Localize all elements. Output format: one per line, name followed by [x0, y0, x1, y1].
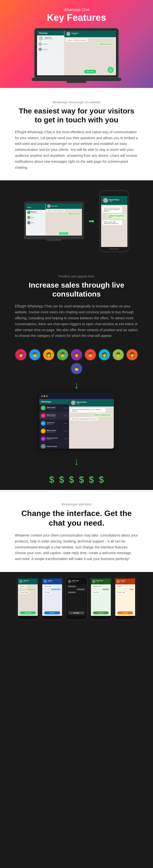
window-close-dot: [41, 395, 43, 397]
phone-variant-teal: John Doeonline Hi there 👋 Hi! How are yo…: [17, 577, 39, 620]
dollar-sign: $: [49, 475, 54, 485]
message-received: Hi! Can you tell me how long it costs to…: [71, 408, 106, 412]
phone-cta-orange[interactable]: Get Help: [117, 611, 133, 614]
laptop-small-screen: Chats John Doeonline since a day User 2: [26, 204, 82, 236]
list-item[interactable]: M Mahraz Faziri Quick question... 21 Apr: [39, 427, 69, 435]
phone-variant-dark: Sales Teamavailable Welcome! 👋 I'd like …: [65, 577, 88, 620]
phone-variant-screen: Supportonline How can I help? Need infor…: [42, 579, 62, 618]
person-avatar: 👨: [71, 363, 82, 375]
phone-cta-green[interactable]: Contact: [93, 611, 109, 614]
chat-app-body: WhatsApp S Sage Linden Hi Can we talk? 1…: [39, 399, 114, 448]
laptop-small-base: [24, 237, 84, 239]
hero-title: Key Features: [5, 12, 148, 23]
person-avatar: 👩: [98, 349, 110, 361]
list-item[interactable]: S Sage Linden Hi Can we talk? 10 Apr: [39, 404, 69, 412]
phone-notch: [109, 193, 119, 195]
section-messenger-title: Change the interface. Get the chat you n…: [15, 508, 138, 528]
dollar-sign: $: [99, 475, 104, 485]
phone-variant-frame: Supportonline How can I help? Need infor…: [41, 577, 63, 620]
contact-preview: Hi Can we talk?: [47, 416, 62, 417]
phone-variant-orange: Supportreply fast Hi there! Hello! How c…: [114, 577, 136, 620]
conversation-name: Maria Peters: [76, 401, 87, 403]
contact-preview: Product on...: [47, 423, 63, 425]
phone-variant-frame: Sales Teamavailable Welcome! 👋 I'd like …: [65, 577, 88, 620]
section-messenger: Messenger elements Change the interface.…: [0, 490, 153, 572]
section-easiest-way: WhatsApp messenger on website The easies…: [0, 88, 153, 181]
whatsapp-fab[interactable]: [107, 67, 113, 73]
phone-home-bar: [109, 248, 119, 249]
phone-variant-screen: Shop Teamonline Hello! Need help? Yes pl…: [91, 579, 111, 618]
arrow-down-container-2: ↓: [0, 454, 153, 470]
contact-time: 26 Apr: [64, 423, 67, 424]
hero-subtitle: Whatsapp Chat: [5, 7, 148, 12]
dollar-sign: $: [59, 475, 64, 485]
phone-cta-teal[interactable]: Start Chat: [20, 611, 36, 614]
chat-contact-list: WhatsApp S Sage Linden Hi Can we talk? 1…: [39, 399, 69, 448]
start-chat-button[interactable]: Start Chat: [84, 70, 96, 73]
person-avatar: 👨: [29, 349, 41, 361]
laptop-small-frame: Chats John Doeonline since a day User 2: [24, 202, 84, 237]
person-avatar: 👨: [84, 349, 96, 361]
section-sales: Position and appear time Increase sales …: [0, 262, 153, 346]
people-avatars-grid: 👩 👨 👩 👨 👩 👨 👩 👨 👩 👨: [0, 346, 153, 377]
phone-header-teal: John Doeonline: [18, 579, 38, 584]
contact-time: 21 Apr: [64, 430, 67, 432]
phone-variant-screen: Sales Teamavailable Welcome! 👋 I'd like …: [67, 579, 86, 618]
hero-laptop-mockup: WhatsApp John Doe online since a day Con…: [34, 28, 119, 83]
dollar-sign: $: [79, 475, 84, 485]
section-messenger-label: Messenger elements: [15, 502, 138, 506]
contact-time: 14 Apr: [64, 438, 67, 439]
section-sales-desc: Elfsight WhatsApp Chat can be used strat…: [15, 304, 138, 339]
phone-variant-frame: Shop Teamonline Hello! Need help? Yes pl…: [90, 577, 112, 620]
dollar-sign: $: [69, 475, 74, 485]
window-fullscreen-dot: [46, 395, 48, 397]
phone-chat-area-green: Hello! Need help? Yes please! We are her…: [91, 584, 111, 609]
laptop-base: [32, 78, 121, 81]
list-item[interactable]: S Sophie Ausald: [39, 443, 69, 448]
laptop-screen: WhatsApp John Doe online since a day Con…: [37, 31, 116, 75]
dollar-signs-grid: $ $ $ $ $ $: [0, 470, 153, 490]
section-devices-mockup: Chats John Doeonline since a day User 2: [0, 180, 153, 262]
chat-list-header: WhatsApp: [39, 399, 69, 404]
arrow-down-container: ↓: [0, 377, 153, 393]
arrow-right-icon: ➡: [89, 218, 94, 225]
contact-preview: Product on...: [47, 439, 63, 440]
chat-window-section: WhatsApp S Sage Linden Hi Can we talk? 1…: [0, 393, 153, 454]
phone-header-blue: Supportonline: [42, 579, 62, 584]
contact-time: 10 Apr: [64, 407, 67, 409]
phone-chat-area-dark: Welcome! 👋 I'd like to order Great choic…: [67, 584, 86, 609]
person-avatar: 👨: [57, 349, 69, 361]
window-minimize-dot: [44, 395, 45, 397]
list-item[interactable]: A Amault Ab... Product on... 26 Apr: [39, 420, 69, 427]
phone-variant-green: Shop Teamonline Hello! Need help? Yes pl…: [90, 577, 112, 620]
bottom-padding: [0, 625, 153, 635]
conversation-avatar: [71, 401, 76, 405]
list-item[interactable]: M Maria Peters Hi Can we talk? 21 Mar: [39, 412, 69, 420]
person-avatar: 👩: [15, 349, 27, 361]
list-item[interactable]: M Maybe Schours Product on... 14 Apr: [39, 435, 69, 443]
laptop-stand: [67, 81, 86, 83]
window-header-bar: [39, 393, 114, 399]
phone-header-orange: Supportreply fast: [115, 579, 135, 584]
laptop-frame: WhatsApp John Doe online since a day Con…: [34, 28, 119, 78]
phone-variant-screen: Supportreply fast Hi there! Hello! How c…: [115, 579, 135, 618]
phone-chat-area-teal: Hi there 👋 Hi! How are you? I'm good, th…: [18, 584, 38, 609]
section-easiest-label: WhatsApp messenger on website: [15, 100, 138, 104]
person-avatar: 👩: [126, 349, 138, 361]
phone-variant-frame: Supportreply fast Hi there! Hello! How c…: [114, 577, 136, 620]
phone-variant-frame: John Doeonline Hi there 👋 Hi! How are yo…: [17, 577, 39, 620]
arrow-down-icon: ↓: [74, 379, 79, 391]
phone-cta-blue[interactable]: Chat Now: [44, 611, 60, 614]
hero-section: Whatsapp Chat Key Features WhatsApp John…: [0, 0, 153, 88]
chat-conversation: Maria Peters online Hi! Can you tell me …: [69, 399, 114, 448]
dollar-sign: $: [89, 475, 94, 485]
person-avatar: 👨: [112, 349, 124, 361]
section-messenger-desc: Whatever context your client communicati…: [15, 533, 138, 562]
phone-frame: Maria Peters online Hi! Can you tell me …: [99, 190, 129, 252]
contact-preview: Quick question...: [47, 431, 63, 433]
laptop-small-stand: [47, 239, 61, 241]
phone-cta-dark[interactable]: Message: [69, 611, 84, 614]
section-easiest-title: The easiest way for your visitors to get…: [15, 106, 138, 124]
message-sent: Hi Maria! It's absolutely free!: [92, 413, 112, 416]
section-sales-label: Position and appear time: [15, 275, 138, 278]
